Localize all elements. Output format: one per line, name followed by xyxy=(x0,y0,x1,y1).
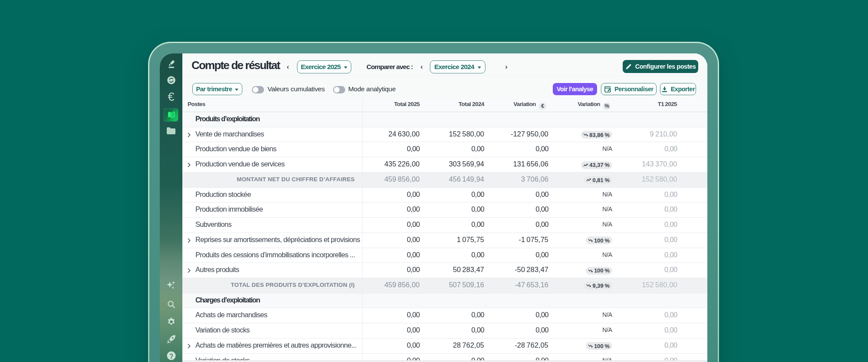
svg-text:€: € xyxy=(168,91,174,103)
